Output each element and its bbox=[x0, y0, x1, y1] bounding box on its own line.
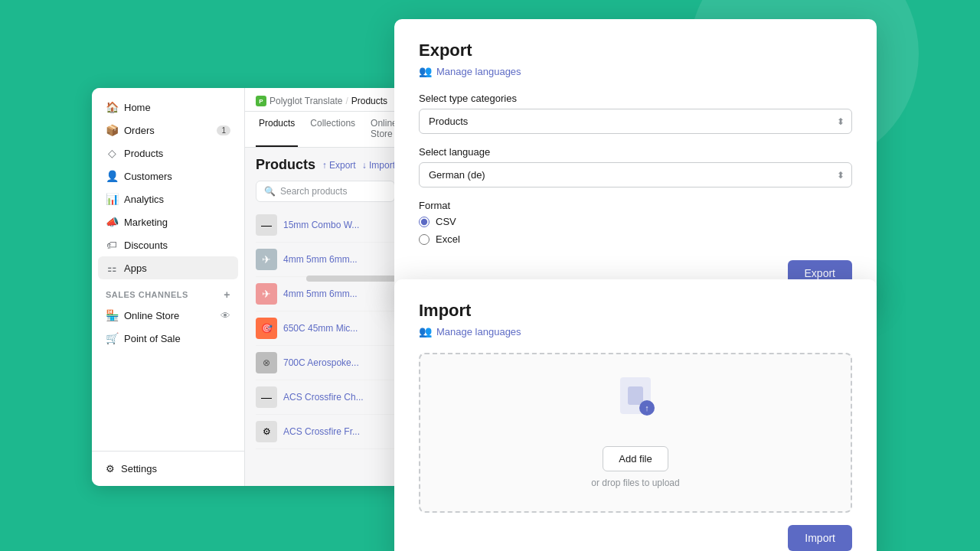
sidebar-item-label: Apps bbox=[124, 262, 147, 274]
sidebar-item-label: Orders bbox=[124, 125, 155, 136]
type-categories-select[interactable]: Products Collections Blog Posts Pages bbox=[419, 109, 852, 134]
drop-icon: ↑ bbox=[616, 377, 655, 416]
admin-shell: 🏠 Home 📦 Orders 1 ◇ Products 👤 Customers… bbox=[92, 88, 406, 486]
language-label: Select language bbox=[419, 146, 852, 158]
table-row[interactable]: ✈ 4mm 5mm 6mm... bbox=[256, 243, 395, 277]
format-csv-label: CSV bbox=[436, 216, 456, 227]
sidebar-nav: 🏠 Home 📦 Orders 1 ◇ Products 👤 Customers… bbox=[92, 96, 244, 279]
product-thumb: 🎯 bbox=[256, 318, 277, 339]
search-placeholder: Search products bbox=[280, 186, 347, 197]
online-store-icon: 🏪 bbox=[106, 309, 118, 321]
product-name: 15mm Combo W... bbox=[283, 220, 359, 230]
search-bar[interactable]: 🔍 Search products bbox=[256, 181, 395, 202]
language-select[interactable]: German (de) French (fr) Spanish (es) Ita… bbox=[419, 162, 852, 187]
import-button[interactable]: Import bbox=[788, 525, 852, 551]
sidebar-item-products[interactable]: ◇ Products bbox=[98, 142, 238, 165]
format-csv-option[interactable]: CSV bbox=[419, 216, 852, 227]
sidebar-item-label: Home bbox=[124, 102, 151, 113]
type-categories-select-wrapper[interactable]: Products Collections Blog Posts Pages bbox=[419, 109, 852, 134]
search-icon: 🔍 bbox=[264, 186, 276, 197]
language-group: Select language German (de) French (fr) … bbox=[419, 146, 852, 187]
format-label: Format bbox=[419, 200, 852, 211]
breadcrumb: P Polyglot Translate / Products bbox=[245, 88, 406, 112]
sidebar-item-apps[interactable]: ⚏ Apps bbox=[98, 256, 238, 279]
sidebar-item-analytics[interactable]: 📊 Analytics bbox=[98, 187, 238, 210]
table-row[interactable]: — 15mm Combo W... bbox=[256, 208, 395, 243]
discounts-icon: 🏷 bbox=[106, 239, 118, 251]
sidebar-item-orders[interactable]: 📦 Orders 1 bbox=[98, 119, 238, 142]
tab-collections[interactable]: Collections bbox=[307, 112, 358, 147]
table-row[interactable]: ⚙ ACS Crossfire Fr... bbox=[256, 415, 395, 449]
breadcrumb-current: Products bbox=[351, 96, 387, 106]
sidebar-item-label: Customers bbox=[124, 171, 172, 182]
sales-channels-nav: 🏪 Online Store 👁 🛒 Point of Sale bbox=[92, 304, 244, 350]
customers-icon: 👤 bbox=[106, 170, 118, 182]
sales-channels-section: SALES CHANNELS + bbox=[92, 279, 244, 304]
sidebar-item-online-store[interactable]: 🏪 Online Store 👁 bbox=[98, 304, 238, 327]
upload-circle-icon: ↑ bbox=[639, 400, 655, 416]
import-panel: Import 👥 Manage languages ↑ Add file or … bbox=[394, 279, 877, 551]
settings-icon: ⚙ bbox=[106, 463, 115, 474]
manage-languages-label: Manage languages bbox=[436, 326, 521, 337]
export-panel: Export 👥 Manage languages Select type ca… bbox=[394, 19, 877, 305]
sidebar-item-label: Online Store bbox=[124, 310, 179, 321]
product-name: 650C 45mm Mic... bbox=[283, 323, 358, 334]
language-select-wrapper[interactable]: German (de) French (fr) Spanish (es) Ita… bbox=[419, 162, 852, 187]
manage-languages-icon: 👥 bbox=[419, 65, 432, 77]
products-icon: ◇ bbox=[106, 147, 118, 159]
product-thumb: ✈ bbox=[256, 249, 277, 270]
type-categories-label: Select type categories bbox=[419, 93, 852, 104]
format-excel-label: Excel bbox=[436, 233, 460, 245]
table-row[interactable]: ⊗ 700C Aerospoke... bbox=[256, 346, 395, 380]
product-name: 700C Aerospoke... bbox=[283, 357, 359, 368]
marketing-icon: 📣 bbox=[106, 216, 118, 228]
format-csv-radio[interactable] bbox=[419, 217, 430, 227]
import-panel-title: Import bbox=[419, 301, 852, 321]
sidebar-item-label: Marketing bbox=[124, 217, 168, 228]
import-button[interactable]: ↓ Import bbox=[362, 160, 395, 171]
sidebar-item-discounts[interactable]: 🏷 Discounts bbox=[98, 233, 238, 256]
add-sales-channel-icon[interactable]: + bbox=[224, 289, 230, 301]
scroll-strip bbox=[306, 276, 398, 282]
settings-label: Settings bbox=[121, 463, 157, 474]
product-thumb: ⊗ bbox=[256, 352, 277, 373]
drop-zone[interactable]: ↑ Add file or drop files to upload bbox=[419, 353, 852, 513]
export-button[interactable]: ↑ Export bbox=[322, 160, 356, 171]
orders-badge: 1 bbox=[217, 126, 230, 135]
import-manage-languages[interactable]: 👥 Manage languages bbox=[419, 325, 852, 337]
export-panel-title: Export bbox=[419, 41, 852, 60]
export-manage-languages[interactable]: 👥 Manage languages bbox=[419, 65, 852, 77]
eye-icon: 👁 bbox=[220, 310, 230, 321]
brand-icon: P bbox=[256, 96, 266, 106]
sidebar-item-marketing[interactable]: 📣 Marketing bbox=[98, 210, 238, 233]
sidebar-item-label: Discounts bbox=[124, 240, 168, 251]
table-row[interactable]: — ACS Crossfire Ch... bbox=[256, 380, 395, 415]
tabs-bar: Products Collections Online Store Store … bbox=[245, 112, 406, 148]
format-group: Format CSV Excel bbox=[419, 200, 852, 245]
sales-channels-label: SALES CHANNELS bbox=[106, 290, 188, 299]
sidebar-item-label: Point of Sale bbox=[124, 333, 181, 344]
pos-icon: 🛒 bbox=[106, 332, 118, 344]
table-row[interactable]: 🎯 650C 45mm Mic... bbox=[256, 311, 395, 346]
add-file-button[interactable]: Add file bbox=[603, 446, 668, 471]
format-excel-radio[interactable] bbox=[419, 234, 430, 245]
product-thumb: ⚙ bbox=[256, 421, 277, 442]
product-list: — 15mm Combo W... ✈ 4mm 5mm 6mm... ✈ 4mm… bbox=[256, 208, 395, 449]
product-name: ACS Crossfire Ch... bbox=[283, 392, 364, 403]
products-actions: ↑ Export ↓ Import bbox=[322, 160, 395, 171]
product-thumb: — bbox=[256, 386, 277, 408]
format-excel-option[interactable]: Excel bbox=[419, 233, 852, 245]
apps-icon: ⚏ bbox=[106, 262, 118, 274]
manage-languages-label: Manage languages bbox=[436, 66, 521, 77]
sidebar-item-settings[interactable]: ⚙ Settings bbox=[98, 458, 238, 480]
product-name: 4mm 5mm 6mm... bbox=[283, 254, 358, 265]
sidebar-item-customers[interactable]: 👤 Customers bbox=[98, 165, 238, 187]
tab-products[interactable]: Products bbox=[256, 112, 298, 147]
table-row[interactable]: ✈ 4mm 5mm 6mm... bbox=[256, 277, 395, 311]
products-title: Products bbox=[256, 157, 315, 173]
analytics-icon: 📊 bbox=[106, 193, 118, 205]
sidebar-item-home[interactable]: 🏠 Home bbox=[98, 96, 238, 119]
products-area: Products ↑ Export ↓ Import 🔍 Search prod… bbox=[245, 148, 406, 486]
sidebar-item-pos[interactable]: 🛒 Point of Sale bbox=[98, 327, 238, 350]
main-content: P Polyglot Translate / Products Products… bbox=[245, 88, 406, 486]
